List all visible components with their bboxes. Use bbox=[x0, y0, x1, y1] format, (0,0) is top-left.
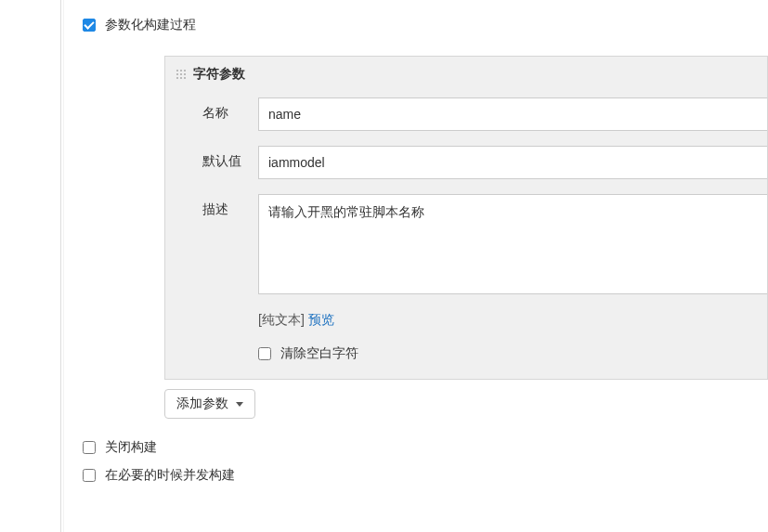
name-field-row: 名称 bbox=[165, 90, 767, 138]
default-input[interactable] bbox=[258, 146, 767, 179]
close-build-row: 关闭构建 bbox=[60, 434, 768, 461]
close-build-checkbox[interactable] bbox=[83, 441, 96, 454]
name-input[interactable] bbox=[258, 97, 767, 131]
string-param-panel: 字符参数 名称 默认值 描述 [纯文本] bbox=[164, 56, 768, 380]
panel-title: 字符参数 bbox=[193, 66, 245, 83]
add-param-button[interactable]: 添加参数 bbox=[164, 389, 255, 419]
concurrent-build-row: 在必要的时候并发构建 bbox=[60, 461, 768, 489]
desc-textarea[interactable] bbox=[258, 194, 767, 294]
default-label: 默认值 bbox=[202, 146, 258, 170]
trim-checkbox[interactable] bbox=[258, 347, 271, 360]
parameterized-build-label: 参数化构建过程 bbox=[105, 17, 196, 33]
drag-handle-icon[interactable] bbox=[175, 68, 186, 81]
default-field-row: 默认值 bbox=[165, 138, 767, 187]
chevron-down-icon bbox=[236, 402, 243, 407]
close-build-label: 关闭构建 bbox=[105, 439, 157, 456]
name-label: 名称 bbox=[202, 97, 258, 122]
parameterized-build-row: 参数化构建过程 bbox=[60, 11, 768, 39]
desc-hint-row: [纯文本] 预览 bbox=[165, 305, 767, 332]
parameterized-build-checkbox[interactable] bbox=[83, 19, 96, 32]
preview-link[interactable]: 预览 bbox=[308, 312, 334, 327]
plain-text-hint: [纯文本] bbox=[258, 312, 305, 327]
concurrent-build-checkbox[interactable] bbox=[83, 469, 96, 482]
trim-label: 清除空白字符 bbox=[280, 345, 358, 362]
add-param-label: 添加参数 bbox=[176, 396, 228, 412]
trim-row: 清除空白字符 bbox=[165, 332, 767, 379]
panel-header: 字符参数 bbox=[165, 57, 767, 90]
desc-field-row: 描述 bbox=[165, 187, 767, 305]
concurrent-build-label: 在必要的时候并发构建 bbox=[105, 467, 235, 484]
desc-label: 描述 bbox=[202, 194, 258, 218]
